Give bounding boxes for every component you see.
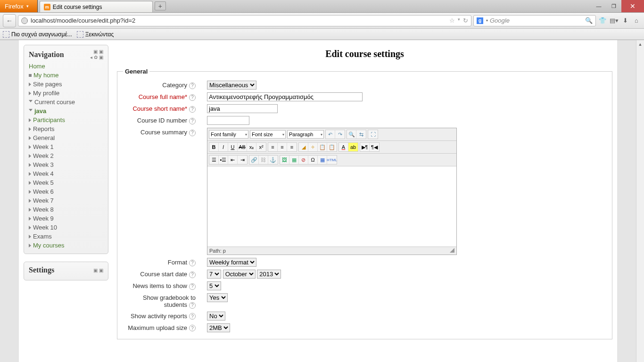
nav-week[interactable]: Week 4 <box>33 170 54 177</box>
rtl-icon[interactable]: ¶◀ <box>370 143 379 151</box>
star-icon[interactable]: ☆ <box>449 17 455 24</box>
nav-week[interactable]: Week 1 <box>33 143 54 150</box>
nav-currentcourse[interactable]: Current course <box>34 99 75 106</box>
underline-icon[interactable]: U <box>228 143 238 151</box>
paste-word-icon[interactable]: 📋 <box>327 143 337 151</box>
tree-arrow-open-icon[interactable] <box>29 100 33 104</box>
find-icon[interactable]: 🔍 <box>347 130 356 139</box>
tree-arrow-icon[interactable] <box>29 127 31 131</box>
paste-text-icon[interactable]: 📋 <box>318 143 327 151</box>
help-icon[interactable]: ? <box>189 272 196 278</box>
char-icon[interactable]: Ω <box>308 156 318 164</box>
dropdown-icon[interactable]: ▾ <box>458 17 460 24</box>
sub-icon[interactable]: x₂ <box>247 143 256 151</box>
indent-icon[interactable]: ⇥ <box>238 156 247 164</box>
firefox-menu-button[interactable]: Firefox <box>0 0 38 12</box>
bold-icon[interactable]: B <box>209 143 219 151</box>
redo-icon[interactable]: ↷ <box>335 130 345 139</box>
nav-week[interactable]: Week 6 <box>33 188 54 195</box>
tree-arrow-icon[interactable] <box>29 91 31 95</box>
unlink-icon[interactable]: ⛓ <box>259 156 268 164</box>
tree-arrow-open-icon[interactable] <box>29 109 33 113</box>
format-select[interactable]: Paragraph <box>287 130 324 139</box>
nav-course-java[interactable]: java <box>34 107 46 115</box>
home-icon[interactable]: ⌂ <box>632 16 641 25</box>
help-icon[interactable]: ? <box>189 325 196 331</box>
nav-week[interactable]: Week 8 <box>33 206 54 213</box>
tree-arrow-icon[interactable] <box>29 82 31 86</box>
align-center-icon[interactable]: ≡ <box>278 143 287 151</box>
tree-arrow-icon[interactable] <box>29 226 31 230</box>
nav-exams[interactable]: Exams <box>33 233 52 240</box>
tree-arrow-icon[interactable] <box>29 154 31 158</box>
bgcolor-icon[interactable]: ab <box>348 143 358 151</box>
help-icon[interactable]: ? <box>189 130 196 136</box>
nav-participants[interactable]: Participants <box>33 116 65 123</box>
search-icon[interactable]: 🔍 <box>585 17 593 24</box>
maximize-button[interactable]: ❐ <box>606 0 621 12</box>
fullscreen-icon[interactable]: ⛶ <box>368 130 378 139</box>
tree-arrow-icon[interactable] <box>29 145 31 149</box>
tree-arrow-icon[interactable] <box>29 163 31 167</box>
italic-icon[interactable]: I <box>219 143 228 151</box>
start-month-select[interactable]: October <box>223 270 256 279</box>
nav-reports[interactable]: Reports <box>33 125 55 132</box>
bookmark-item[interactable]: Πιο συχνά αναγνωσμέ... <box>3 31 72 38</box>
nav-mycourses[interactable]: My courses <box>33 242 64 249</box>
page-scroll[interactable]: Navigation ▣ ▣◂ ✿ ▣ Home My home Site pa… <box>0 40 636 362</box>
ol-icon[interactable]: ☰ <box>209 156 219 164</box>
new-tab-button[interactable]: + <box>155 1 166 10</box>
tree-arrow-icon[interactable] <box>29 208 31 212</box>
help-icon[interactable]: ? <box>189 106 196 113</box>
help-icon[interactable]: ? <box>189 260 196 266</box>
nav-week[interactable]: Week 3 <box>33 161 54 168</box>
nav-home[interactable]: Home <box>29 63 45 70</box>
bookmark-menu-icon[interactable]: ▤▾ <box>609 16 619 25</box>
tree-arrow-icon[interactable] <box>29 190 31 194</box>
tree-arrow-icon[interactable] <box>29 217 31 221</box>
tree-arrow-icon[interactable] <box>29 244 31 247</box>
vertical-scrollbar[interactable]: ▲ <box>636 40 644 362</box>
media-icon[interactable]: ▦ <box>289 156 299 164</box>
nav-week[interactable]: Week 9 <box>33 215 54 222</box>
html-icon[interactable]: HTML <box>327 156 337 164</box>
help-icon[interactable]: ? <box>189 118 196 124</box>
download-icon[interactable]: ⬇ <box>620 16 630 25</box>
tshirt-icon[interactable]: 👕 <box>598 16 607 25</box>
nav-sitepages[interactable]: Site pages <box>33 81 62 88</box>
strike-icon[interactable]: AB <box>238 143 247 151</box>
help-icon[interactable]: ? <box>189 302 196 309</box>
help-icon[interactable]: ? <box>189 82 196 89</box>
sup-icon[interactable]: x² <box>256 143 266 151</box>
start-year-select[interactable]: 2013 <box>257 270 281 279</box>
tree-arrow-icon[interactable] <box>29 118 31 122</box>
back-button[interactable]: ← <box>3 14 16 27</box>
idnumber-input[interactable] <box>207 116 249 125</box>
font-family-select[interactable]: Font family <box>209 130 248 139</box>
align-right-icon[interactable]: ≡ <box>287 143 297 151</box>
block-controls[interactable]: ▣ ▣◂ ✿ ▣ <box>90 49 103 60</box>
undo-icon[interactable]: ↶ <box>326 130 335 139</box>
image-icon[interactable]: 🖼 <box>280 156 289 164</box>
link-icon[interactable]: 🔗 <box>249 156 259 164</box>
nav-week[interactable]: Week 10 <box>33 224 57 231</box>
remove-format-icon[interactable]: ✧ <box>308 143 318 151</box>
replace-icon[interactable]: ⇆ <box>356 130 366 139</box>
ltr-icon[interactable]: ▶¶ <box>360 143 370 151</box>
help-icon[interactable]: ? <box>189 94 196 101</box>
reload-icon[interactable]: ↻ <box>463 17 468 24</box>
tree-arrow-icon[interactable] <box>29 136 31 140</box>
ul-icon[interactable]: •☰ <box>219 156 228 164</box>
nav-myprofile[interactable]: My profile <box>33 90 59 97</box>
browser-tab[interactable]: m Edit course settings <box>40 1 153 12</box>
gradebook-select[interactable]: Yes <box>207 293 228 302</box>
font-size-select[interactable]: Font size <box>250 130 286 139</box>
format-select[interactable]: Weekly format <box>207 258 256 267</box>
tree-arrow-icon[interactable] <box>29 199 31 203</box>
start-day-select[interactable]: 7 <box>207 270 221 279</box>
fullname-input[interactable] <box>207 92 363 101</box>
minimize-button[interactable]: — <box>591 0 606 12</box>
news-select[interactable]: 5 <box>207 281 221 290</box>
activity-select[interactable]: No <box>207 312 225 321</box>
tree-arrow-icon[interactable] <box>29 235 31 239</box>
